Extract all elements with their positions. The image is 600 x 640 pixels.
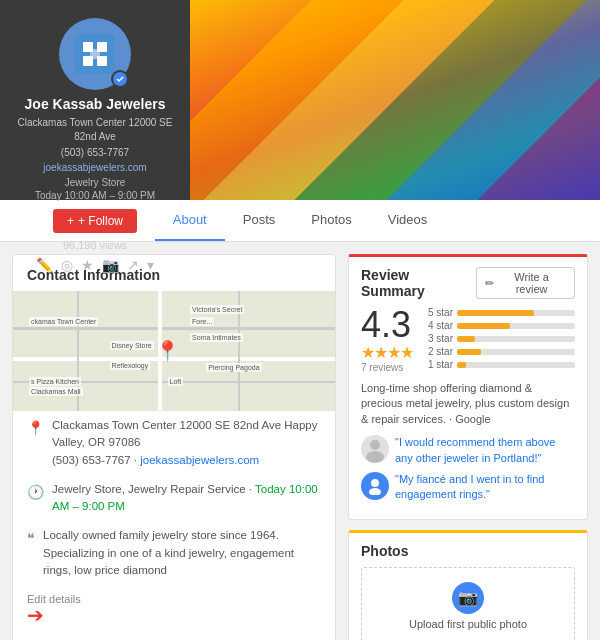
review-header: Review Summary ✏ Write a review [361, 267, 575, 299]
review-description: Long-time shop offering diamond & precio… [361, 381, 575, 427]
svg-point-7 [371, 479, 379, 487]
cover-photo [190, 0, 600, 200]
stars-display: ★★★★ [361, 343, 413, 362]
quote-text-1: "I would recommend them above any other … [395, 435, 575, 466]
map-grid: ckamas Town Center Victoria's Secret For… [13, 291, 335, 411]
views-count: 96,198 views [63, 239, 127, 251]
profile-header: Joe Kassab Jewelers Clackamas Town Cente… [0, 0, 600, 200]
reviewer-avatar-1 [361, 435, 389, 463]
review-quote-1: "I would recommend them above any other … [361, 435, 575, 466]
follow-button[interactable]: + + Follow [53, 209, 137, 233]
reviewer-avatar-2 [361, 472, 389, 500]
tab-posts[interactable]: Posts [225, 200, 294, 241]
contact-description: ❝ Locally owned family jewelry store sin… [13, 521, 335, 585]
verified-badge [111, 70, 129, 88]
location-icon[interactable]: ◎ [61, 257, 73, 273]
business-name: Joe Kassab Jewelers [25, 96, 166, 112]
rating-summary: 4.3 ★★★★ 7 reviews 5 star 4 star 3 star [361, 307, 575, 373]
more-icon[interactable]: ▾ [147, 257, 154, 273]
map-area[interactable]: ckamas Town Center Victoria's Secret For… [13, 291, 335, 411]
contact-hours: 🕐 Jewelry Store, Jewelry Repair Service … [13, 475, 335, 522]
star-bar-2: 2 star [423, 346, 575, 357]
review-section-title: Review Summary [361, 267, 476, 299]
tab-videos[interactable]: Videos [370, 200, 446, 241]
business-hours: Today 10:00 AM – 9:00 PM [35, 190, 155, 201]
star-bar-3: 3 star [423, 333, 575, 344]
action-icons-row: ✏️ ◎ ★ 📷 ↗ ▾ [36, 257, 154, 273]
location-pin-icon: 📍 [27, 418, 44, 439]
contact-address: 📍 Clackamas Town Center 12000 SE 82nd Av… [13, 411, 335, 475]
website-link[interactable]: joekassabjewelers.com [140, 454, 259, 466]
share-icon[interactable]: ↗ [127, 257, 139, 273]
red-arrow-icon: ➔ [27, 603, 321, 627]
write-review-button[interactable]: ✏ Write a review [476, 267, 575, 299]
reviews-count: 7 reviews [361, 362, 413, 373]
business-type: Jewelry Store [65, 177, 126, 188]
clock-icon: 🕐 [27, 482, 44, 503]
business-website: joekassabjewelers.com [43, 162, 146, 173]
review-quote-2: "My fiancé and I went in to find engagem… [361, 472, 575, 503]
profile-sidebar: Joe Kassab Jewelers Clackamas Town Cente… [0, 0, 190, 200]
avatar [59, 18, 131, 90]
camera-upload-icon: 📷 [452, 582, 484, 614]
address-text: Clackamas Town Center 12000 SE 82nd Ave … [52, 417, 321, 469]
star-bar-4: 4 star [423, 320, 575, 331]
svg-point-8 [369, 488, 381, 495]
big-rating-number: 4.3 [361, 307, 413, 343]
photos-section-title: Photos [361, 543, 575, 559]
tab-photos[interactable]: Photos [293, 200, 369, 241]
star-icon[interactable]: ★ [81, 257, 94, 273]
edit-details[interactable]: Edit details ➔ [13, 585, 335, 637]
edit-icon[interactable]: ✏️ [36, 257, 53, 273]
cover-rainbow-bg [190, 0, 600, 200]
svg-point-6 [366, 451, 384, 463]
map-pin: 📍 [155, 339, 180, 363]
camera-small-icon[interactable]: 📷 [102, 257, 119, 273]
contact-panel: Contact Information ckamas Town Center V… [12, 254, 336, 640]
review-summary-panel: Review Summary ✏ Write a review 4.3 ★★★★… [348, 254, 588, 520]
quote-icon: ❝ [27, 528, 35, 549]
right-column: Review Summary ✏ Write a review 4.3 ★★★★… [348, 254, 588, 640]
star-bar-5: 5 star [423, 307, 575, 318]
quote-text-2: "My fiancé and I went in to find engagem… [395, 472, 575, 503]
star-bars: 5 star 4 star 3 star 2 star [423, 307, 575, 372]
tab-about[interactable]: About [155, 200, 225, 241]
star-bar-1: 1 star [423, 359, 575, 370]
photos-panel: Photos 📷 Upload first public photo [348, 530, 588, 640]
pencil-icon: ✏ [485, 277, 494, 290]
plus-icon: + [67, 214, 74, 228]
main-content: Contact Information ckamas Town Center V… [0, 242, 600, 640]
svg-point-5 [370, 440, 380, 450]
upload-photo-label: Upload first public photo [409, 618, 527, 630]
upload-photo-area[interactable]: 📷 Upload first public photo [361, 567, 575, 640]
business-address: Clackamas Town Center 12000 SE 82nd Ave [10, 116, 180, 144]
business-phone: (503) 653-7767 [61, 146, 129, 160]
